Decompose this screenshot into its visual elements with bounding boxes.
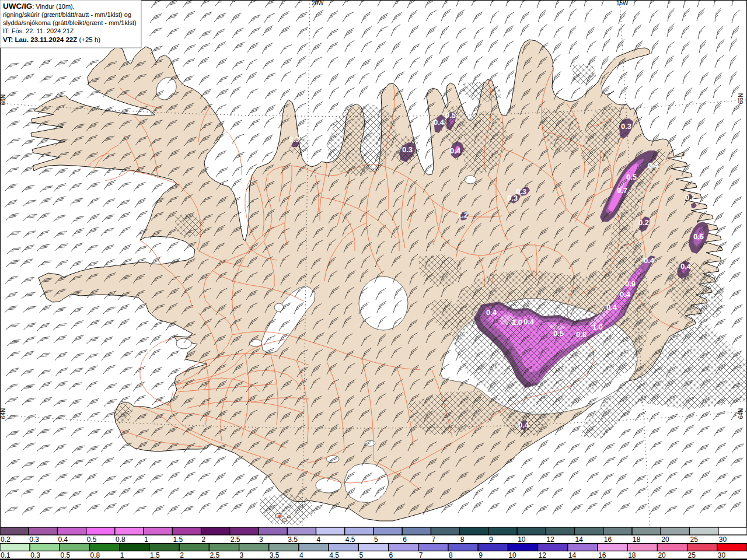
svg-text:IT: Fös. 22. 11. 2024 21Z: IT: Fös. 22. 11. 2024 21Z — [3, 27, 74, 34]
svg-text:0.4: 0.4 — [644, 256, 655, 265]
svg-text:1.2: 1.2 — [458, 211, 468, 219]
svg-text:9: 9 — [489, 536, 493, 544]
svg-text:0.5: 0.5 — [87, 536, 97, 544]
svg-text:UWC/IG: Vindur (10m),: UWC/IG: Vindur (10m), — [3, 2, 75, 10]
svg-text:3.5: 3.5 — [288, 536, 298, 544]
svg-text:2.5: 2.5 — [231, 536, 240, 544]
svg-text:2: 2 — [202, 536, 206, 544]
svg-text:0.4: 0.4 — [434, 118, 445, 127]
svg-text:6: 6 — [389, 551, 393, 559]
svg-text:0.4: 0.4 — [518, 421, 529, 429]
svg-text:0.4: 0.4 — [606, 303, 617, 312]
svg-text:0.5: 0.5 — [60, 551, 70, 559]
svg-text:0.9: 0.9 — [625, 279, 636, 288]
svg-text:10: 10 — [518, 536, 526, 544]
svg-text:0.8: 0.8 — [116, 536, 125, 544]
svg-text:0.3: 0.3 — [402, 145, 413, 154]
svg-text:30: 30 — [719, 536, 727, 544]
svg-text:0.7: 0.7 — [617, 186, 627, 195]
svg-text:14: 14 — [568, 551, 577, 559]
svg-text:0.5: 0.5 — [445, 111, 456, 120]
svg-text:6: 6 — [403, 536, 407, 544]
svg-text:0.8: 0.8 — [90, 551, 100, 559]
svg-text:14: 14 — [575, 536, 584, 544]
svg-text:0.3: 0.3 — [30, 551, 40, 559]
svg-text:1: 1 — [144, 536, 148, 544]
svg-text:slydda/snjókoma (grátt/bleikt/: slydda/snjókoma (grátt/bleikt/grænt - mm… — [3, 19, 137, 26]
svg-text:0.1: 0.1 — [1, 551, 11, 559]
svg-text:25: 25 — [688, 551, 696, 559]
svg-text:0.8: 0.8 — [576, 330, 587, 339]
svg-text:0.2: 0.2 — [638, 218, 649, 227]
svg-text:2.5: 2.5 — [210, 551, 219, 559]
svg-text:3: 3 — [259, 536, 263, 544]
svg-text:12: 12 — [546, 536, 554, 544]
svg-text:64N: 64N — [738, 408, 744, 419]
svg-text:18: 18 — [633, 536, 641, 544]
svg-text:1.0: 1.0 — [592, 323, 603, 331]
svg-text:7: 7 — [419, 551, 423, 559]
svg-text:10: 10 — [508, 551, 516, 559]
svg-text:2: 2 — [180, 551, 184, 559]
svg-text:0.3: 0.3 — [29, 536, 39, 544]
svg-text:0.3: 0.3 — [507, 194, 518, 202]
svg-text:0.3: 0.3 — [289, 135, 299, 144]
svg-text:0.2: 0.2 — [1, 536, 11, 544]
svg-text:1.0: 1.0 — [512, 318, 522, 327]
svg-text:0.4: 0.4 — [648, 161, 659, 170]
svg-text:15W: 15W — [616, 0, 629, 6]
svg-text:4: 4 — [317, 536, 321, 544]
svg-text:4.5: 4.5 — [345, 536, 355, 544]
svg-text:0.5: 0.5 — [553, 329, 564, 338]
svg-text:rigning/skúrir (grænt/blátt/ra: rigning/skúrir (grænt/blátt/rautt - mm/1… — [3, 11, 131, 18]
svg-text:20W: 20W — [312, 0, 324, 6]
svg-text:64N: 64N — [0, 408, 6, 419]
svg-text:5: 5 — [359, 551, 363, 559]
svg-text:1: 1 — [120, 551, 124, 559]
svg-text:8: 8 — [460, 536, 465, 544]
svg-text:12: 12 — [539, 551, 547, 559]
svg-text:16: 16 — [604, 536, 612, 544]
svg-text:18: 18 — [628, 551, 636, 559]
svg-text:30: 30 — [718, 551, 726, 559]
svg-text:3.5: 3.5 — [270, 551, 280, 559]
svg-text:25: 25 — [690, 536, 699, 544]
svg-text:9: 9 — [479, 551, 483, 559]
svg-text:0.2: 0.2 — [685, 193, 696, 202]
svg-text:0.4: 0.4 — [58, 536, 68, 544]
svg-text:0.4: 0.4 — [680, 262, 692, 271]
svg-text:0.4: 0.4 — [450, 146, 461, 155]
svg-text:0.5: 0.5 — [626, 173, 637, 181]
svg-text:0.4: 0.4 — [620, 290, 631, 299]
svg-text:0.4: 0.4 — [486, 308, 497, 317]
svg-text:1.5: 1.5 — [150, 551, 160, 559]
svg-text:7: 7 — [432, 536, 436, 544]
svg-text:66N: 66N — [738, 93, 744, 104]
svg-text:VT: Lau. 23.11.2024 22Z (+25 h: VT: Lau. 23.11.2024 22Z (+25 h) — [3, 36, 100, 43]
svg-text:0.6: 0.6 — [693, 232, 704, 241]
svg-text:0.3: 0.3 — [621, 122, 631, 131]
svg-text:4.5: 4.5 — [329, 551, 339, 559]
svg-text:20: 20 — [658, 551, 666, 559]
svg-text:20: 20 — [661, 536, 669, 544]
svg-text:0.4: 0.4 — [523, 317, 535, 326]
svg-text:3: 3 — [240, 551, 244, 559]
svg-text:1.5: 1.5 — [173, 536, 183, 544]
svg-text:8: 8 — [449, 551, 453, 559]
svg-text:4: 4 — [299, 551, 303, 559]
svg-text:66N: 66N — [0, 94, 6, 105]
svg-text:5: 5 — [374, 536, 378, 544]
svg-text:16: 16 — [598, 551, 606, 559]
